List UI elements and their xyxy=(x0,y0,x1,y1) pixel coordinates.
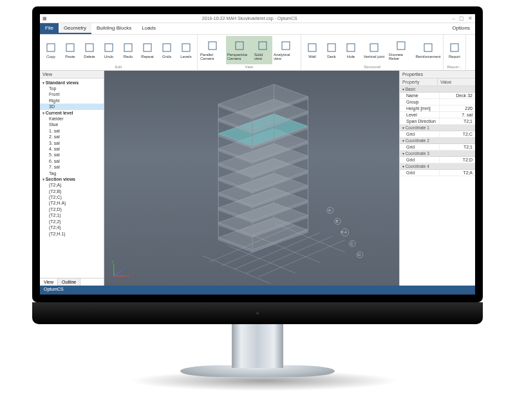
svg-rect-10 xyxy=(259,42,267,50)
levels-icon xyxy=(180,42,192,53)
parallel-camera-button[interactable]: Parallel Camera xyxy=(199,36,226,64)
tree-item[interactable]: Front xyxy=(40,91,104,97)
viewport-canvas: A B H.A C D xyxy=(104,71,399,286)
paste-button[interactable]: Paste xyxy=(61,36,80,64)
maximize-button[interactable]: ▢ xyxy=(459,15,464,21)
menu-tabs: File Geometry Building Blocks Loads Opti… xyxy=(40,23,475,35)
tree-item[interactable]: (T2;4) xyxy=(40,224,104,230)
grids-button[interactable]: Grids xyxy=(157,36,176,64)
tree-item[interactable]: (T2;H.1) xyxy=(40,231,104,237)
prop-row[interactable]: Height [mm]220 xyxy=(400,105,475,112)
ribbon-button-label: Analytical view xyxy=(274,53,298,60)
tree-item[interactable]: Right xyxy=(40,98,104,104)
ribbon-button-label: Levels xyxy=(180,55,191,59)
ribbon-button-label: Redo xyxy=(124,55,133,59)
prop-section[interactable]: Coordinate 4 xyxy=(400,163,475,170)
prop-value: T2;A xyxy=(440,170,475,176)
3d-viewport[interactable]: A B H.A C D Z xyxy=(104,71,399,286)
building-model xyxy=(218,84,308,252)
tree-item[interactable]: Top xyxy=(40,86,104,91)
minimize-button[interactable]: – xyxy=(453,15,455,21)
statusbar: OptumCS xyxy=(40,286,475,295)
tree-item[interactable]: (T2;B) xyxy=(40,188,104,194)
report-button[interactable]: Report xyxy=(445,36,464,64)
tree-item[interactable]: (T2;H.A) xyxy=(40,200,104,206)
deck-button[interactable]: Deck xyxy=(322,36,341,64)
rebar-icon xyxy=(395,40,407,51)
ribbon-group-label: Structural xyxy=(303,64,442,70)
prop-row[interactable]: GridT2;D xyxy=(400,157,475,163)
svg-line-24 xyxy=(203,256,271,284)
ribbon: CopyPasteDeleteUndoRedoRepeatGridsLevels… xyxy=(40,35,475,71)
tab-file[interactable]: File xyxy=(40,23,59,34)
repeat-icon xyxy=(142,42,153,53)
app-icon: ▦ xyxy=(42,16,47,21)
svg-rect-0 xyxy=(47,44,55,51)
solid-view-button[interactable]: Solid view xyxy=(253,36,272,64)
tree-item[interactable]: Kælder xyxy=(40,116,104,122)
prop-row[interactable]: Level7. sal xyxy=(400,112,475,118)
tree-item[interactable]: 3D xyxy=(40,104,104,109)
tab-building-blocks[interactable]: Building Blocks xyxy=(91,23,136,34)
tree-item[interactable]: (T2;D) xyxy=(40,206,104,212)
tree-group[interactable]: Section views xyxy=(40,176,104,182)
tree-group[interactable]: Current level xyxy=(40,110,104,116)
tab-geometry[interactable]: Geometry xyxy=(59,23,91,34)
svg-text:B: B xyxy=(336,219,339,223)
tree-item[interactable]: 6. sal xyxy=(40,158,104,164)
prop-row[interactable]: GridT2;1 xyxy=(400,144,475,151)
report-icon xyxy=(449,42,460,53)
axis-gizmo: Z X Y xyxy=(109,259,131,280)
levels-button[interactable]: Levels xyxy=(176,36,196,64)
tree-item[interactable]: 1. sal xyxy=(40,128,104,134)
prop-section[interactable]: Coordinate 2 xyxy=(400,138,475,144)
undo-button[interactable]: Undo xyxy=(99,36,118,64)
svg-line-25 xyxy=(228,246,296,273)
prop-row[interactable]: Group xyxy=(400,99,475,105)
discrete-rebar-button[interactable]: Discrete Rebar xyxy=(388,36,415,64)
prop-row[interactable]: Span DirectionT2;1 xyxy=(400,118,475,125)
reinforcement-button[interactable]: Reinforcement xyxy=(415,36,442,64)
prop-row[interactable]: NameDeck 32 xyxy=(400,93,475,99)
prop-section[interactable]: Basic xyxy=(400,86,475,93)
tree-item[interactable]: (T2;C) xyxy=(40,194,104,200)
vertical-joint-button[interactable]: Vertical joint xyxy=(360,36,388,64)
prop-section[interactable]: Coordinate 3 xyxy=(400,151,475,157)
close-button[interactable]: ✕ xyxy=(468,15,473,21)
tab-loads[interactable]: Loads xyxy=(136,23,161,34)
tree-item[interactable]: Stue xyxy=(40,122,104,127)
tree-item[interactable]: (T2;1) xyxy=(40,212,104,218)
tree-item[interactable]: Tag xyxy=(40,170,104,176)
analytical-view-button[interactable]: Analytical view xyxy=(272,36,299,64)
hole-button[interactable]: Hole xyxy=(341,36,360,64)
tree-item[interactable]: (T2;A) xyxy=(40,182,104,188)
redo-button[interactable]: Redo xyxy=(118,36,138,64)
prop-key: Name xyxy=(400,93,440,98)
prop-section[interactable]: Coordinate 1 xyxy=(400,125,475,131)
tree-item[interactable]: 7. sal xyxy=(40,164,104,170)
svg-text:Y: Y xyxy=(122,266,125,270)
svg-rect-13 xyxy=(328,44,335,51)
ribbon-group-label: Edit xyxy=(41,64,196,70)
ribbon-button-label: Hole xyxy=(347,55,355,59)
prop-row[interactable]: GridT2;C xyxy=(400,131,475,138)
left-tab-outline[interactable]: Outline xyxy=(58,278,80,286)
tree-item[interactable]: 5. sal xyxy=(40,152,104,158)
svg-rect-14 xyxy=(347,44,355,51)
copy-icon xyxy=(45,42,57,53)
prop-row[interactable]: GridT2;A xyxy=(400,170,475,176)
prop-value: T2;1 xyxy=(440,118,475,124)
tree-item[interactable]: 4. sal xyxy=(40,146,104,152)
left-tab-view[interactable]: View xyxy=(40,278,58,286)
tree-item[interactable]: (T2;2) xyxy=(40,219,104,224)
tree-item[interactable]: 2. sal xyxy=(40,134,104,140)
tree-group[interactable]: Standard views xyxy=(40,80,104,86)
wall-button[interactable]: Wall xyxy=(303,36,322,64)
prop-key: Span Direction xyxy=(400,118,440,124)
options-menu[interactable]: Options xyxy=(447,23,475,34)
perspective-camera-button[interactable]: Perspective Camera xyxy=(226,36,253,64)
repeat-button[interactable]: Repeat xyxy=(138,36,157,64)
copy-button[interactable]: Copy xyxy=(41,36,61,64)
delete-button[interactable]: Delete xyxy=(80,36,99,64)
tree-item[interactable]: 3. sal xyxy=(40,140,104,146)
